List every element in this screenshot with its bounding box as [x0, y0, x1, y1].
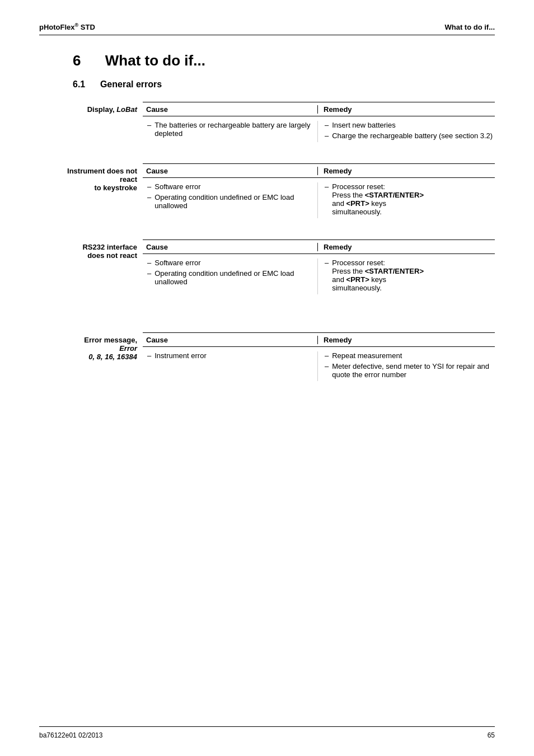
error-section-errormsg: Error message,Error0, 8, 16, 16384 Cause… — [39, 332, 495, 387]
error-label-line1: Display, LoBat — [87, 105, 137, 114]
error-section-lobat: Display, LoBat Cause Remedy – The batte — [39, 102, 495, 148]
cause-list-lobat: – The batteries or rechargeable battery … — [143, 121, 317, 142]
error-label-text: Error message,Error0, 8, 16, 16384 — [84, 336, 137, 361]
list-item: – Processor reset:Press the <START/ENTER… — [324, 182, 495, 216]
table-header-rs232: Cause Remedy — [143, 240, 495, 254]
section-title-text: General errors — [100, 79, 162, 89]
page-header: pHotoFlex® STD What to do if... — [39, 22, 495, 35]
remedy-text: Processor reset:Press the <START/ENTER>a… — [332, 259, 424, 292]
cause-header-keystroke: Cause — [143, 167, 317, 175]
cause-header-lobat: Cause — [143, 105, 317, 114]
page: pHotoFlex® STD What to do if... 6 What t… — [0, 0, 534, 756]
chapter-title-text: What to do if... — [105, 52, 205, 69]
table-body-keystroke: – Software error – Operating condition u… — [143, 178, 495, 224]
list-item: – Software error — [146, 182, 317, 191]
remedy-list-keystroke: – Processor reset:Press the <START/ENTER… — [317, 182, 495, 218]
cause-list-rs232: – Software error – Operating condition u… — [143, 259, 317, 294]
table-header-errormsg: Cause Remedy — [143, 333, 495, 347]
error-content-keystroke: Cause Remedy – Software error – — [143, 163, 495, 224]
error-table-keystroke: Instrument does notreactto keystroke Cau… — [39, 163, 495, 224]
error-label-lobat: Display, LoBat — [39, 102, 143, 148]
error-label-errormsg: Error message,Error0, 8, 16, 16384 — [39, 332, 143, 387]
chapter-number: 6 — [73, 52, 81, 69]
footer-right: 65 — [488, 731, 495, 739]
table-body-rs232: – Software error – Operating condition u… — [143, 254, 495, 300]
error-section-keystroke: Instrument does notreactto keystroke Cau… — [39, 163, 495, 224]
section-number: 6.1 — [73, 79, 85, 89]
error-table-errormsg: Error message,Error0, 8, 16, 16384 Cause… — [39, 332, 495, 387]
list-item: – Meter defective, send meter to YSI for… — [324, 362, 495, 379]
remedy-header-lobat: Remedy — [317, 105, 495, 114]
page-footer: ba76122e01 02/2013 65 — [39, 726, 495, 739]
error-table-rs232: RS232 interfacedoes not react Cause Reme… — [39, 240, 495, 300]
error-label-text: RS232 interfacedoes not react — [82, 243, 137, 260]
remedy-header-keystroke: Remedy — [317, 167, 495, 175]
remedy-header-rs232: Remedy — [317, 243, 495, 251]
table-header-lobat: Cause Remedy — [143, 102, 495, 116]
list-item: – Operating condition undefined or EMC l… — [146, 193, 317, 210]
list-item: – Software error — [146, 259, 317, 267]
table-body-lobat: – The batteries or rechargeable battery … — [143, 116, 495, 148]
footer-left: ba76122e01 02/2013 — [39, 731, 102, 739]
list-item: – Insert new batteries — [324, 121, 495, 129]
registered-mark: ® — [75, 22, 79, 28]
list-item: – Processor reset:Press the <START/ENTER… — [324, 259, 495, 292]
error-content-lobat: Cause Remedy – The batteries or recharge… — [143, 102, 495, 148]
error-section-rs232: RS232 interfacedoes not react Cause Reme… — [39, 240, 495, 300]
remedy-text: Processor reset:Press the <START/ENTER>a… — [332, 182, 424, 216]
table-body-errormsg: – Instrument error – Repeat measurement … — [143, 347, 495, 387]
error-label-rs232: RS232 interfacedoes not react — [39, 240, 143, 300]
list-item: – Charge the rechargeable battery (see s… — [324, 132, 495, 140]
remedy-list-lobat: – Insert new batteries – Charge the rech… — [317, 121, 495, 142]
remedy-list-rs232: – Processor reset:Press the <START/ENTER… — [317, 259, 495, 294]
error-content-rs232: Cause Remedy – Software error – — [143, 240, 495, 300]
list-item: – Operating condition undefined or EMC l… — [146, 269, 317, 286]
error-table-lobat: Display, LoBat Cause Remedy – The batte — [39, 102, 495, 148]
list-item: – Instrument error — [146, 351, 317, 360]
error-label-keystroke: Instrument does notreactto keystroke — [39, 163, 143, 224]
remedy-header-errormsg: Remedy — [317, 336, 495, 344]
chapter-title: 6 What to do if... — [73, 52, 495, 69]
list-item: – The batteries or rechargeable battery … — [146, 121, 317, 138]
cause-header-errormsg: Cause — [143, 336, 317, 344]
error-content-errormsg: Cause Remedy – Instrument error — [143, 332, 495, 387]
table-header-keystroke: Cause Remedy — [143, 164, 495, 178]
header-left: pHotoFlex® STD — [39, 22, 95, 31]
cause-list-keystroke: – Software error – Operating condition u… — [143, 182, 317, 218]
header-right: What to do if... — [444, 23, 495, 31]
cause-header-rs232: Cause — [143, 243, 317, 251]
remedy-list-errormsg: – Repeat measurement – Meter defective, … — [317, 351, 495, 381]
cause-list-errormsg: – Instrument error — [143, 351, 317, 381]
error-label-line1: Instrument does notreactto keystroke — [67, 167, 137, 192]
list-item: – Repeat measurement — [324, 351, 495, 360]
section-title: 6.1 General errors — [73, 79, 495, 90]
